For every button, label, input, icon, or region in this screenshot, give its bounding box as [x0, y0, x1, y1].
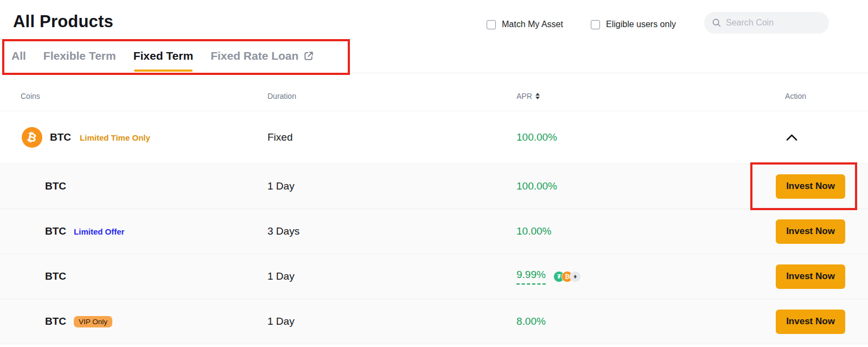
page-title: All Products — [13, 12, 113, 31]
vip-only-badge: VIP Only — [74, 316, 112, 327]
coin-name: BTC — [45, 270, 66, 282]
invest-now-button[interactable]: Invest Now — [776, 219, 845, 244]
eth-icon: ♦ — [570, 271, 581, 282]
table-row: BTC 1 Day 100.00% Invest Now — [0, 164, 868, 209]
col-header-apr-sort[interactable]: APR — [516, 92, 540, 100]
match-my-asset-checkbox[interactable] — [487, 20, 496, 29]
table-row: BTC Limited Offer 3 Days 10.00% Invest N… — [0, 209, 868, 254]
limited-time-only-badge: Limited Time Only — [80, 133, 150, 142]
tabs-divider — [0, 73, 868, 73]
table-row: BTC 1 Day 9.99% ₮ ₿ ♦ Invest Now — [0, 254, 868, 299]
eligible-users-label: Eligible users only — [606, 20, 676, 29]
duration-value: Fixed — [267, 131, 516, 143]
search-coin-box — [704, 12, 829, 34]
coin-name: BTC — [50, 131, 71, 143]
invest-now-button[interactable]: Invest Now — [776, 310, 845, 334]
eligible-users-filter: Eligible users only — [591, 20, 676, 29]
duration-value: 3 Days — [267, 225, 516, 237]
tab-all[interactable]: All — [11, 49, 26, 62]
table-header-row: Coins Duration APR Action — [0, 81, 868, 111]
limited-offer-badge: Limited Offer — [74, 227, 124, 236]
chevron-up-icon — [786, 134, 797, 141]
invest-now-button[interactable]: Invest Now — [776, 264, 845, 289]
product-tabs: All Flexible Term Fixed Term Fixed Rate … — [11, 49, 314, 62]
coin-name: BTC — [45, 316, 66, 327]
col-header-action: Action — [776, 92, 868, 100]
match-my-asset-filter: Match My Asset — [487, 20, 563, 29]
collapse-row-button[interactable] — [784, 132, 800, 143]
apr-value-tooltip[interactable]: 9.99% — [516, 269, 546, 285]
all-products-page: All Products Match My Asset Eligible use… — [0, 0, 868, 347]
apr-value: 8.00% — [516, 316, 546, 327]
invest-now-button[interactable]: Invest Now — [776, 174, 845, 199]
table-row: BTC VIP Only 1 Day 8.00% Invest Now — [0, 299, 868, 344]
search-icon — [712, 18, 722, 28]
tab-flexible-term[interactable]: Flexible Term — [43, 49, 116, 62]
external-link-icon — [303, 51, 314, 61]
table-row: ₿ BTC Limited Time Only Fixed 100.00% — [0, 111, 868, 164]
search-coin-input[interactable] — [726, 18, 821, 28]
products-table: Coins Duration APR Action ₿ BTC Limited … — [0, 81, 868, 344]
btc-coin-icon: ₿ — [22, 127, 42, 148]
sort-icon — [535, 93, 540, 99]
col-header-coins: Coins — [13, 92, 267, 100]
apr-value: 100.00% — [516, 131, 557, 143]
tab-fixed-term[interactable]: Fixed Term — [133, 49, 193, 62]
duration-value: 1 Day — [267, 316, 516, 327]
match-my-asset-label: Match My Asset — [502, 20, 563, 29]
eligible-users-checkbox[interactable] — [591, 20, 600, 29]
apr-value: 10.00% — [516, 225, 551, 237]
bonus-coins: ₮ ₿ ♦ — [553, 271, 581, 282]
coin-name: BTC — [45, 180, 66, 192]
col-header-duration: Duration — [267, 92, 516, 100]
tab-fixed-rate-loan[interactable]: Fixed Rate Loan — [210, 49, 314, 62]
coin-name: BTC — [45, 225, 66, 237]
apr-value: 100.00% — [516, 180, 557, 192]
duration-value: 1 Day — [267, 180, 516, 192]
duration-value: 1 Day — [267, 270, 516, 282]
